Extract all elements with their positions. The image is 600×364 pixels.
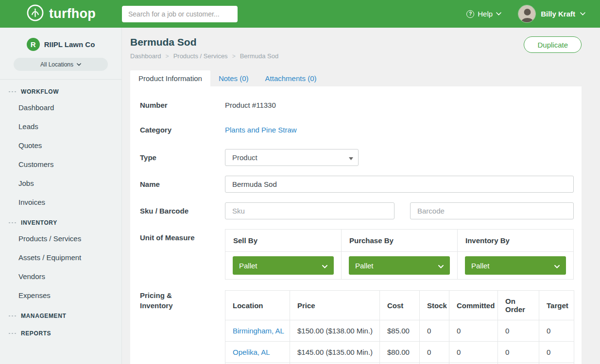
uom-col-purchase-by: Purchase By — [342, 230, 458, 252]
sku-barcode-row: Sku / Barcode — [140, 202, 574, 219]
locations-label: All Locations — [40, 61, 73, 68]
sidebar-nav: WORKFLOW Dashboard Leads Quotes Customer… — [0, 80, 121, 340]
type-label: Type — [140, 149, 225, 166]
brand-name: turfhop — [49, 6, 96, 21]
tab-bar: Product Information Notes (0) Attachment… — [130, 70, 582, 86]
help-label: Help — [478, 10, 493, 18]
sell-by-dropdown[interactable]: Pallet — [233, 256, 334, 275]
user-menu[interactable]: Billy Kraft — [518, 5, 585, 23]
unit-of-measure-label: Unit of Measure — [140, 229, 225, 280]
section-header-management[interactable]: MANAGEMENT — [0, 305, 121, 322]
breadcrumb-dashboard[interactable]: Dashboard — [130, 52, 161, 60]
uom-col-sell-by: Sell By — [225, 230, 342, 252]
sidebar-item-products-services[interactable]: Products / Services — [0, 229, 121, 248]
page-title: Bermuda Sod — [130, 36, 582, 48]
category-row: Category Plants and Pine Straw — [140, 126, 574, 134]
company-block: R RIIPL Lawn Co All Locations — [0, 28, 121, 80]
turfhop-logo-icon — [26, 4, 44, 24]
chevron-down-icon — [77, 63, 81, 66]
section-header-reports[interactable]: REPORTS — [0, 322, 121, 340]
sidebar-item-vendors[interactable]: Vendors — [0, 267, 121, 286]
sidebar: R RIIPL Lawn Co All Locations WORKFLOW D… — [0, 28, 122, 364]
number-row: Number Product #11330 — [140, 101, 574, 110]
number-label: Number — [140, 101, 225, 110]
breadcrumb-current: Bermuda Sod — [228, 52, 279, 60]
product-information-panel: Number Product #11330 Category Plants an… — [130, 86, 582, 364]
chevron-down-icon — [580, 12, 585, 16]
chevron-down-icon — [349, 153, 353, 162]
chevron-down-icon — [496, 12, 501, 16]
section-header-workflow[interactable]: WORKFLOW — [0, 81, 121, 98]
avatar — [518, 5, 536, 23]
main-content: Bermuda Sod Dashboard Products / Service… — [122, 28, 600, 364]
name-label: Name — [140, 176, 225, 193]
company-name: RIIPL Lawn Co — [44, 40, 95, 49]
sidebar-item-customers[interactable]: Customers — [0, 155, 121, 174]
table-header-row: Location Price Cost Stock Committed On O… — [225, 291, 574, 320]
table-row: Opelika, AL $145.00 ($135.00 Min.) $80.0… — [225, 342, 574, 363]
locations-dropdown[interactable]: All Locations — [14, 58, 108, 71]
sidebar-item-leads[interactable]: Leads — [0, 117, 121, 136]
pricing-inventory-table: Location Price Cost Stock Committed On O… — [225, 290, 574, 364]
tab-attachments[interactable]: Attachments (0) — [257, 70, 325, 86]
type-row: Type Product — [140, 149, 574, 166]
sidebar-item-dashboard[interactable]: Dashboard — [0, 98, 121, 117]
sidebar-item-expenses[interactable]: Expenses — [0, 286, 121, 305]
section-header-inventory[interactable]: INVENTORY — [0, 212, 121, 229]
user-name: Billy Kraft — [541, 10, 575, 18]
chevron-down-icon — [554, 262, 560, 270]
breadcrumb: Dashboard Products / Services Bermuda So… — [130, 52, 582, 60]
unit-of-measure-row: Unit of Measure Sell By Purchase By Inve… — [140, 229, 574, 280]
search-input[interactable] — [122, 6, 238, 22]
table-row: Birmingham, AL $150.00 ($138.00 Min.) $8… — [225, 320, 574, 342]
category-label: Category — [140, 126, 225, 134]
chevron-down-icon — [438, 262, 444, 270]
uom-col-inventory-by: Inventory By — [458, 230, 574, 252]
category-link[interactable]: Plants and Pine Straw — [225, 126, 297, 134]
breadcrumb-products-services[interactable]: Products / Services — [161, 52, 228, 60]
name-row: Name — [140, 176, 574, 193]
type-select[interactable]: Product — [225, 149, 359, 166]
sku-input[interactable] — [225, 202, 394, 219]
dashes-icon — [9, 91, 17, 92]
tab-product-information[interactable]: Product Information — [130, 70, 210, 86]
help-icon: ? — [466, 10, 474, 18]
duplicate-button[interactable]: Duplicate — [524, 36, 582, 53]
inventory-by-dropdown[interactable]: Pallet — [465, 256, 566, 275]
purchase-by-dropdown[interactable]: Pallet — [349, 256, 450, 275]
help-menu[interactable]: ? Help — [466, 10, 501, 18]
barcode-input[interactable] — [410, 202, 574, 219]
sku-barcode-label: Sku / Barcode — [140, 202, 225, 219]
name-input[interactable] — [225, 176, 574, 193]
pricing-inventory-row: Pricing & Inventory Location Price Cost … — [140, 290, 574, 364]
number-value: Product #11330 — [225, 101, 276, 110]
company-logo: R — [27, 38, 40, 51]
pricing-inventory-label: Pricing & Inventory — [140, 290, 225, 364]
dashes-icon — [9, 333, 17, 334]
dashes-icon — [9, 315, 17, 316]
dashes-icon — [9, 222, 17, 223]
sidebar-item-assets-equipment[interactable]: Assets / Equipment — [0, 248, 121, 267]
tab-notes[interactable]: Notes (0) — [210, 70, 257, 86]
top-bar: turfhop ? Help Billy Kraft — [0, 0, 600, 28]
location-link[interactable]: Opelika, AL — [225, 342, 290, 363]
location-link[interactable]: Birmingham, AL — [225, 320, 290, 342]
sidebar-item-jobs[interactable]: Jobs — [0, 174, 121, 193]
sidebar-item-invoices[interactable]: Invoices — [0, 193, 121, 212]
sidebar-item-quotes[interactable]: Quotes — [0, 136, 121, 155]
brand-logo[interactable]: turfhop — [0, 4, 122, 24]
chevron-down-icon — [322, 262, 327, 270]
unit-of-measure-table: Sell By Purchase By Inventory By Pallet — [225, 229, 574, 280]
